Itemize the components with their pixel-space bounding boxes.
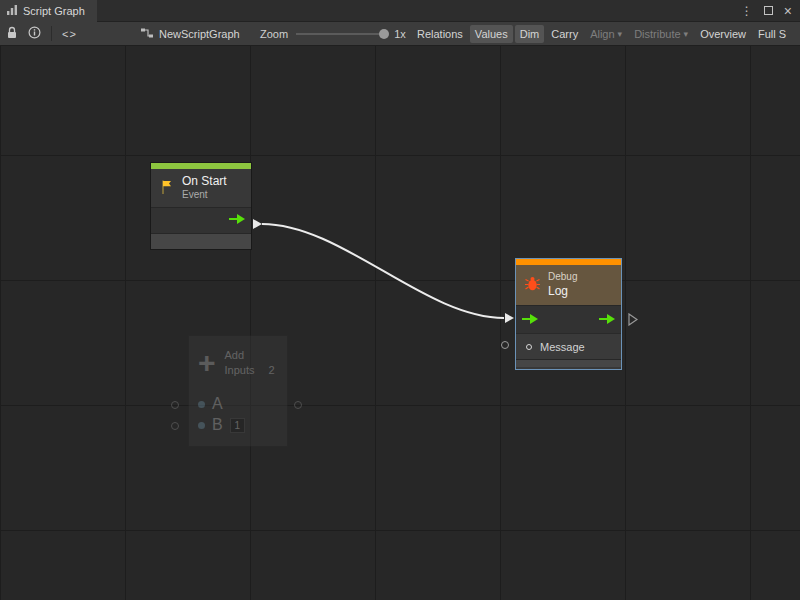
info-icon[interactable] [28, 26, 41, 41]
chevron-down-icon: ▾ [684, 29, 689, 39]
connection-layer [0, 46, 800, 600]
code-brackets-icon[interactable]: <> [62, 28, 77, 40]
chevron-down-icon: ▾ [618, 29, 623, 39]
message-input-row: Message [516, 333, 621, 359]
script-graph-window: Script Graph ⋮ × <> [0, 0, 800, 600]
input-count[interactable]: 2 [269, 363, 275, 378]
node-title: On Start [182, 174, 227, 189]
external-output-port[interactable] [294, 401, 302, 409]
node-add-inputs-ghost[interactable]: + Add Inputs 2 A [188, 335, 288, 447]
close-icon[interactable]: × [784, 4, 792, 18]
fullscreen-button[interactable]: Full S [753, 25, 791, 43]
carry-button[interactable]: Carry [546, 25, 583, 43]
zoom-value: 1x [394, 28, 406, 40]
input-row-b: B 1 [189, 415, 287, 436]
control-output-port[interactable] [253, 219, 262, 229]
tab-script-graph[interactable]: Script Graph [0, 0, 97, 22]
lock-icon[interactable] [6, 26, 18, 41]
node-on-start[interactable]: On Start Event [150, 162, 252, 250]
flow-input-arrow-icon[interactable] [522, 314, 538, 326]
external-port-b[interactable] [171, 422, 179, 430]
on-start-header: On Start Event [151, 169, 251, 207]
toolbar-separator [51, 26, 52, 41]
zoom-slider-handle[interactable] [379, 29, 389, 39]
debug-log-port-row [516, 305, 621, 333]
relations-button[interactable]: Relations [412, 25, 468, 43]
data-port-dot[interactable] [198, 422, 205, 429]
align-button[interactable]: Align ▾ [585, 25, 627, 43]
dim-button[interactable]: Dim [515, 25, 545, 43]
node-title: Add [225, 348, 275, 363]
debug-log-footer [516, 359, 621, 367]
debug-log-header: Debug Log [516, 265, 621, 305]
title-bar: Script Graph ⋮ × [0, 0, 800, 22]
graph-toolbar: <> NewScriptGraph Zoom 1x Relations Valu… [0, 22, 800, 46]
ghost-subtitle-line: Inputs 2 [225, 363, 275, 378]
control-input-port[interactable] [505, 313, 514, 323]
graph-tab-icon [6, 4, 18, 18]
tab-title: Script Graph [23, 5, 85, 17]
on-start-title-block: On Start Event [182, 174, 227, 202]
node-subtitle: Event [182, 189, 227, 202]
ghost-title-block: Add Inputs 2 [225, 348, 275, 378]
message-data-port[interactable] [501, 341, 509, 349]
graph-canvas[interactable]: On Start Event [0, 46, 800, 600]
node-group: Debug [548, 271, 577, 284]
inline-value-field[interactable]: 1 [230, 418, 245, 433]
zoom-label: Zoom [260, 28, 288, 40]
values-button[interactable]: Values [470, 25, 513, 43]
ghost-port-rows: A B 1 [189, 394, 287, 436]
message-port-label: Message [540, 341, 585, 353]
align-label: Align [590, 28, 614, 40]
zoom-slider[interactable] [296, 33, 386, 35]
zoom-control: Zoom 1x [260, 22, 406, 45]
debug-log-title-block: Debug Log [548, 271, 577, 299]
graph-asset-group: NewScriptGraph [140, 22, 240, 45]
maximize-icon[interactable] [764, 6, 773, 15]
plus-icon: + [198, 351, 216, 375]
bug-icon [524, 276, 541, 294]
distribute-label: Distribute [634, 28, 680, 40]
flow-output-arrow-icon[interactable] [229, 214, 245, 226]
window-controls: ⋮ × [741, 4, 800, 18]
flag-icon [159, 179, 175, 197]
node-subtitle: Inputs [225, 363, 255, 378]
node-debug-log[interactable]: Debug Log [515, 258, 622, 370]
graph-name-label[interactable]: NewScriptGraph [159, 28, 240, 40]
external-port-a[interactable] [171, 401, 179, 409]
toolbar-buttons: Relations Values Dim Carry Align ▾ Distr… [412, 22, 791, 45]
ghost-body: + Add Inputs 2 A [188, 335, 288, 447]
data-port-dot[interactable] [198, 401, 205, 408]
kebab-menu-icon[interactable]: ⋮ [741, 5, 753, 17]
data-port-dot[interactable] [526, 344, 532, 350]
script-graph-asset-icon [140, 27, 154, 41]
input-row-a: A [189, 394, 287, 415]
flow-output-arrow-icon[interactable] [599, 314, 615, 326]
port-label: A [212, 395, 223, 413]
node-title: Log [548, 284, 577, 299]
overview-button[interactable]: Overview [695, 25, 751, 43]
on-start-port-row [151, 207, 251, 233]
control-exit-port[interactable] [628, 312, 638, 330]
on-start-footer [151, 233, 251, 249]
distribute-button[interactable]: Distribute ▾ [629, 25, 693, 43]
control-wire[interactable] [262, 224, 504, 318]
port-label: B [212, 416, 223, 434]
ghost-header: + Add Inputs 2 [189, 336, 287, 384]
toolbar-left-group: <> [6, 22, 77, 45]
